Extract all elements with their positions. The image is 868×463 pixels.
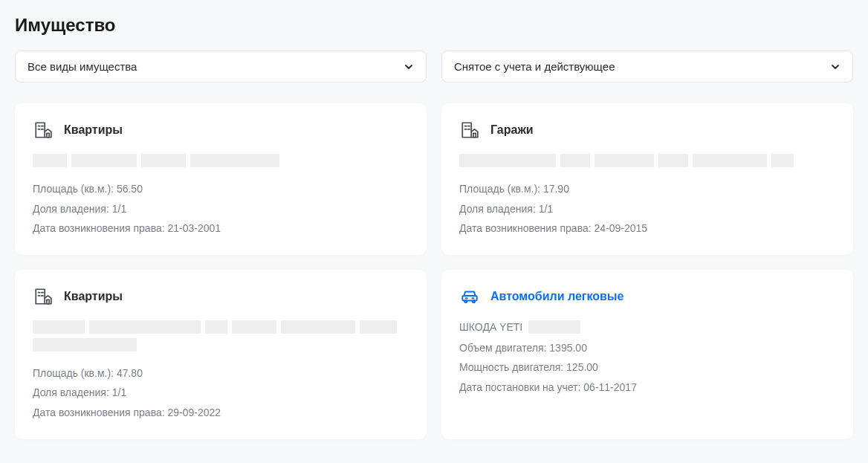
page-title: Имущество xyxy=(15,15,853,36)
card-row: Доля владения: 1/1 xyxy=(33,383,409,403)
building-icon xyxy=(33,286,54,307)
redacted-description xyxy=(459,154,835,167)
card-row: Площадь (кв.м.): 56.50 xyxy=(33,179,409,199)
card-row: Площадь (кв.м.): 47.80 xyxy=(33,363,409,383)
card-title: Квартиры xyxy=(64,290,123,303)
card-header: Квартиры xyxy=(33,120,409,140)
card-row: Доля владения: 1/1 xyxy=(33,199,409,219)
card-row: Площадь (кв.м.): 17.90 xyxy=(459,179,835,199)
redacted-description xyxy=(33,320,409,352)
svg-point-19 xyxy=(464,300,467,302)
car-icon xyxy=(459,286,480,307)
svg-point-20 xyxy=(473,300,475,302)
card-row: Дата постановки на учет: 06-11-2017 xyxy=(459,378,835,398)
card-header: Квартиры xyxy=(33,286,409,307)
card-row: Дата возникновения права: 21-03-2001 xyxy=(33,218,409,239)
svg-rect-11 xyxy=(473,133,476,137)
svg-rect-12 xyxy=(36,289,45,304)
redacted-piece xyxy=(528,320,580,334)
card-title: Автомобили легковые xyxy=(490,290,624,303)
card-row: Дата возникновения права: 29-09-2022 xyxy=(33,403,409,423)
card-row: Дата возникновения права: 24-09-2015 xyxy=(459,218,835,239)
building-icon xyxy=(459,120,480,140)
filter-status-value: Снятое с учета и действующее xyxy=(454,60,615,73)
chevron-down-icon xyxy=(830,62,841,72)
chevron-down-icon xyxy=(404,62,414,72)
svg-rect-17 xyxy=(47,300,49,303)
filter-type-select[interactable]: Все виды имущества xyxy=(15,51,427,82)
property-card[interactable]: Квартиры Площадь (кв.м.): 56.50 Доля вла… xyxy=(15,103,427,255)
filter-status-select[interactable]: Снятое с учета и действующее xyxy=(441,51,853,82)
card-header: Гаражи xyxy=(459,120,835,140)
filter-type-value: Все виды имущества xyxy=(27,60,137,73)
property-cards-grid: Квартиры Площадь (кв.м.): 56.50 Доля вла… xyxy=(15,103,853,439)
property-card[interactable]: Автомобили легковые ШКОДА YETI Объем дви… xyxy=(441,270,853,439)
card-row: Доля владения: 1/1 xyxy=(459,199,835,219)
property-card[interactable]: Квартиры Площадь (кв.м.): 47.80 Доля вла… xyxy=(15,270,427,439)
building-icon xyxy=(33,120,54,140)
card-row: Мощность двигателя: 125.00 xyxy=(459,357,835,378)
svg-rect-0 xyxy=(36,123,45,137)
svg-rect-5 xyxy=(47,133,49,137)
card-row: Объем двигателя: 1395.00 xyxy=(459,338,835,358)
vehicle-name-row: ШКОДА YETI xyxy=(459,320,835,334)
vehicle-name: ШКОДА YETI xyxy=(459,321,522,333)
redacted-description xyxy=(33,154,409,167)
filter-bar: Все виды имущества Снятое с учета и дейс… xyxy=(15,51,853,82)
card-title: Гаражи xyxy=(490,123,534,137)
svg-rect-6 xyxy=(462,123,471,137)
card-header: Автомобили легковые xyxy=(459,286,835,307)
card-title: Квартиры xyxy=(64,123,123,137)
property-card[interactable]: Гаражи Площадь (кв.м.): 17.90 Доля владе… xyxy=(441,103,853,255)
